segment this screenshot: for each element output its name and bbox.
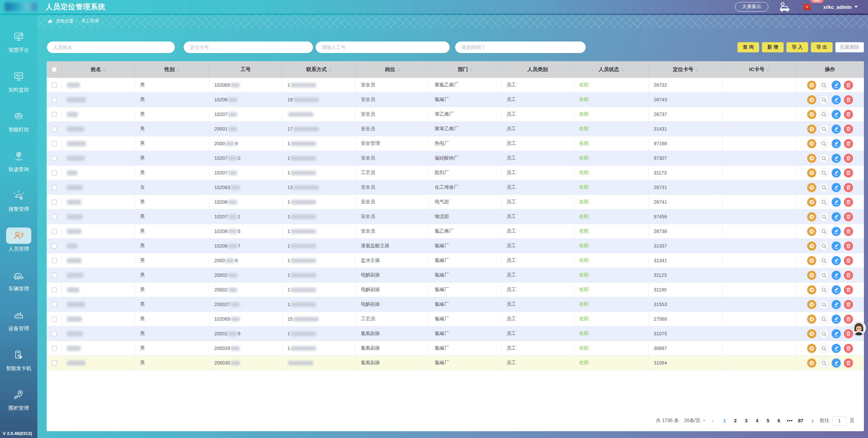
edit-button[interactable] (832, 139, 841, 148)
unbind-card-button[interactable] (807, 139, 816, 148)
unbind-card-button[interactable] (807, 285, 816, 294)
delete-button[interactable] (844, 315, 853, 324)
edit-button[interactable] (832, 241, 841, 251)
row-checkbox[interactable] (52, 97, 57, 102)
sidebar-item-fence-manage[interactable]: 围栏管理 (6, 387, 32, 411)
row-checkbox[interactable] (52, 170, 57, 175)
column-header[interactable]: 定位卡号 (649, 61, 723, 78)
batch-delete-button[interactable]: 批量删除 (835, 42, 864, 52)
row-checkbox[interactable] (52, 302, 57, 307)
delete-button[interactable] (844, 358, 853, 368)
delete-button[interactable] (844, 212, 853, 221)
delete-button[interactable] (844, 227, 853, 236)
column-header[interactable]: IC卡号 (723, 61, 796, 78)
sidebar-item-track-query[interactable]: 轨迹查询 (6, 148, 32, 173)
view-detail-button[interactable] (819, 315, 829, 324)
unbind-card-button[interactable] (807, 227, 816, 236)
page-number-button[interactable]: 2 (731, 416, 740, 425)
delete-button[interactable] (844, 110, 853, 119)
column-header[interactable] (47, 61, 62, 78)
sidebar-item-person-manage[interactable]: 人员管理 (6, 228, 32, 252)
view-detail-button[interactable] (819, 110, 829, 119)
column-header[interactable]: 姓名 (62, 61, 135, 78)
row-checkbox[interactable] (52, 317, 57, 322)
row-checkbox[interactable] (52, 331, 57, 336)
edit-button[interactable] (832, 285, 841, 294)
page-number-button[interactable]: 1 (720, 416, 729, 425)
column-header[interactable]: 岗位 (356, 61, 430, 78)
row-checkbox[interactable] (52, 83, 57, 88)
sort-caret-icon[interactable] (767, 68, 769, 72)
view-detail-button[interactable] (819, 139, 829, 148)
view-detail-button[interactable] (819, 198, 829, 207)
view-detail-button[interactable] (819, 154, 829, 163)
search-button[interactable]: 查 询 (737, 42, 759, 52)
view-detail-button[interactable] (819, 81, 829, 90)
unbind-card-button[interactable] (807, 300, 816, 309)
delete-button[interactable] (844, 81, 853, 90)
edit-button[interactable] (832, 168, 841, 178)
department-select[interactable] (455, 41, 586, 53)
sidebar-item-card-machine[interactable]: 智能发卡机 (6, 347, 32, 372)
edit-button[interactable] (832, 212, 841, 221)
page-number-button[interactable]: 87 (796, 416, 805, 425)
delete-button[interactable] (844, 198, 853, 207)
user-menu[interactable]: xrkc_admin (823, 4, 858, 10)
unbind-card-button[interactable] (807, 154, 816, 163)
add-button[interactable]: 新 增 (762, 42, 784, 52)
row-checkbox[interactable] (52, 156, 57, 161)
sort-caret-icon[interactable] (329, 68, 332, 72)
row-checkbox[interactable] (52, 360, 57, 366)
sidebar-item-alarm-manage[interactable]: 报警管理 (6, 188, 32, 213)
delete-button[interactable] (844, 154, 853, 163)
name-search-input[interactable] (47, 41, 175, 53)
row-checkbox[interactable] (52, 185, 57, 190)
row-checkbox[interactable] (52, 243, 57, 249)
view-detail-button[interactable] (819, 183, 829, 192)
delete-button[interactable] (844, 124, 853, 134)
assistant-avatar[interactable] (852, 321, 866, 335)
sort-caret-icon[interactable] (621, 68, 624, 72)
view-detail-button[interactable] (819, 124, 829, 134)
view-detail-button[interactable] (819, 285, 829, 294)
prev-page-button[interactable]: ‹ (711, 418, 714, 424)
row-checkbox[interactable] (52, 214, 57, 219)
delete-button[interactable] (844, 344, 853, 353)
row-checkbox[interactable] (52, 229, 57, 234)
page-size-select[interactable]: 20条/页 (684, 418, 705, 424)
job-number-input[interactable] (316, 41, 450, 53)
edit-button[interactable] (832, 300, 841, 309)
edit-button[interactable] (832, 95, 841, 104)
import-button[interactable]: 导 入 (786, 42, 808, 52)
edit-button[interactable] (832, 110, 841, 119)
view-detail-button[interactable] (819, 241, 829, 251)
edit-button[interactable] (832, 315, 841, 324)
delete-button[interactable] (844, 168, 853, 178)
column-header[interactable]: 联系方式 (282, 61, 356, 78)
unbind-card-button[interactable] (807, 212, 816, 221)
row-checkbox[interactable] (52, 273, 57, 278)
alarm-notification-icon[interactable]: 495 (801, 2, 813, 12)
sort-caret-icon[interactable] (696, 68, 698, 72)
card-number-input[interactable] (184, 41, 313, 53)
sidebar-item-smart-platform[interactable]: 智慧平台 (6, 29, 32, 53)
edit-button[interactable] (832, 198, 841, 207)
column-header[interactable]: 人员状态 (574, 61, 649, 78)
edit-button[interactable] (832, 81, 841, 90)
delete-button[interactable] (844, 256, 853, 265)
unbind-card-button[interactable] (807, 95, 816, 104)
edit-button[interactable] (832, 256, 841, 265)
column-header[interactable]: 部门 (430, 61, 501, 78)
unbind-card-button[interactable] (807, 358, 816, 368)
page-number-button[interactable]: 5 (763, 416, 773, 425)
row-checkbox[interactable] (52, 141, 57, 146)
goto-page-input[interactable] (832, 416, 847, 425)
unbind-card-button[interactable] (807, 124, 816, 134)
pagination-ellipsis[interactable]: ••• (785, 416, 795, 425)
unbind-card-button[interactable] (807, 315, 816, 324)
sort-caret-icon[interactable] (177, 68, 180, 72)
edit-button[interactable] (832, 154, 841, 163)
edit-button[interactable] (832, 227, 841, 236)
delete-button[interactable] (844, 300, 853, 309)
row-checkbox[interactable] (52, 200, 57, 205)
